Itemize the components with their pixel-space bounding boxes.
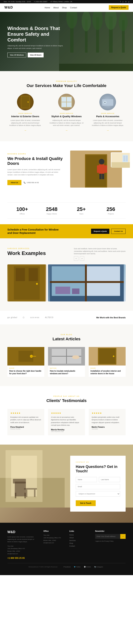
work-gallery — [7, 264, 126, 302]
wooden-about-button[interactable]: About Us — [7, 180, 21, 185]
nav-home[interactable]: Home — [44, 6, 50, 9]
blog-title: Latest Articles — [7, 337, 126, 342]
svg-point-10 — [119, 13, 128, 31]
blog-wooden-door-svg — [89, 347, 126, 366]
work-label: VARIOUS SERVICES — [7, 248, 46, 250]
contact-email-input[interactable] — [76, 484, 120, 489]
brand-logos: go global ⬡ ccn:eros ALTECO — [7, 316, 54, 318]
cta-contact-button[interactable]: Contact Us — [111, 229, 126, 234]
svg-rect-27 — [97, 165, 100, 173]
cta-banner: Schedule a Free Consultation for Window … — [0, 224, 133, 238]
svg-rect-48 — [72, 288, 79, 294]
contact-name-input[interactable] — [76, 477, 97, 482]
service-card-windows: Door Service Stylish & Quality Windows A… — [49, 94, 84, 132]
footer-dribble[interactable]: ⚽ Dribble — [84, 566, 91, 568]
social-gg[interactable]: g — [128, 1, 129, 2]
svg-point-57 — [72, 355, 79, 359]
work-arrow-prev[interactable]: ‹ — [74, 256, 78, 261]
svg-rect-32 — [111, 162, 130, 168]
footer-about: W&D Lorem ipsum dolor sit amet, consecte… — [7, 530, 38, 560]
service-sublabel-2: Door Service — [90, 112, 126, 114]
svg-rect-30 — [102, 174, 104, 179]
footer-instagram[interactable]: 📷 Instagram — [94, 566, 103, 568]
footer-link-about[interactable]: About — [69, 537, 90, 539]
nav-cta-button[interactable]: Request a Quote — [109, 5, 129, 10]
service-arrow-1[interactable]: → — [65, 129, 68, 132]
svg-point-61 — [113, 356, 114, 357]
footer-social-links: f Facebook 🐦 Twitter ⚽ Dribble 📷 Instagr… — [62, 566, 105, 568]
wooden-title: We Produce & Install Quality Doors — [7, 156, 63, 166]
nav-logo[interactable]: W&D — [4, 6, 13, 10]
footer-link-home[interactable]: Home — [69, 534, 90, 536]
newsletter-email-input[interactable] — [95, 534, 120, 539]
footer-link-services[interactable]: Services — [69, 540, 90, 542]
hero-windows-button[interactable]: View All Windows — [7, 52, 26, 58]
hero-doors-button[interactable]: View All Doors — [28, 52, 44, 58]
footer-link-shop[interactable]: Shop — [69, 542, 90, 544]
footer-tw[interactable]: 🐦 Twitter — [74, 566, 81, 568]
blog-card-2[interactable]: DOOR Installation of wooden interior and… — [89, 347, 126, 377]
blog-card-content-1: NOTICE How to insulate metal-plastic win… — [48, 366, 85, 377]
newsletter-submit-button[interactable]: → — [120, 534, 126, 539]
contact-submit-button[interactable]: Get in Touch — [76, 500, 96, 506]
newsletter-input-row: → — [95, 534, 126, 539]
social-in[interactable]: in — [125, 1, 127, 2]
hero-content: Windows & Doors That Ensure Safety and C… — [7, 26, 63, 58]
footer-logo: W&D — [7, 530, 38, 534]
contact-lastname-input[interactable] — [99, 477, 120, 482]
footer-bottom: WindowsDoors © 2023. All Rights Reserved… — [7, 563, 126, 568]
topbar-right: f y in g — [120, 1, 129, 2]
testimonial-role-0: Medical Worker — [10, 428, 41, 430]
testimonial-role-2: Journalist — [92, 428, 123, 430]
topbar-address: 47 Albany Street, London, UK — [50, 1, 72, 2]
brand-logo-2: ⬡ — [23, 316, 24, 318]
testimonials-section: PEOPLE SAY ABOUT US Clients' Testimonial… — [0, 386, 133, 444]
blog-tag-0: DOOR — [9, 367, 42, 369]
footer-link-contact[interactable]: Contact — [69, 545, 90, 547]
work-arrows: ‹ › — [74, 256, 126, 261]
nav-about[interactable]: About — [53, 6, 59, 9]
stat-projects-label: Projects — [96, 213, 126, 215]
footer-fb[interactable]: f Facebook — [63, 566, 71, 568]
work-header-left: VARIOUS SERVICES Work Examples — [7, 248, 46, 256]
svg-rect-34 — [124, 156, 125, 161]
svg-rect-69 — [24, 493, 26, 498]
service-arrow-0[interactable]: → — [24, 129, 27, 132]
footer-desc: Lorem ipsum dolor sit amet, consectetur … — [7, 536, 38, 543]
testimonials-label: PEOPLE SAY ABOUT US — [7, 395, 126, 397]
footer-phone[interactable]: +1 800 555 25 65 — [7, 557, 38, 560]
blog-card-1[interactable]: NOTICE How to insulate metal-plastic win… — [48, 347, 85, 377]
testimonial-text-1: At vero eos et accusamus iusto dignissim… — [51, 416, 82, 426]
blog-card-0[interactable]: DOOR How to choose the right door handle… — [7, 347, 44, 377]
service-name-2: Parts & Accessories — [90, 115, 126, 118]
services-label: PREMIUM QUALITY — [7, 80, 126, 82]
hero-buttons: View All Windows View All Doors — [7, 52, 63, 58]
service-arrow-2[interactable]: → — [106, 129, 109, 132]
brand-logo-1: go global — [7, 316, 17, 318]
work-header-right: Duis sed vestibulo. Nemo enim ipsum lore… — [74, 248, 126, 261]
nav-links: Home About Shop Contact — [44, 6, 77, 9]
blog-metal-window-svg — [48, 347, 85, 366]
nav-contact[interactable]: Contact — [70, 6, 77, 9]
work-arrow-next[interactable]: › — [80, 256, 84, 261]
blog-card-content-0: DOOR How to choose the right door handle… — [7, 366, 44, 377]
testimonials-title: Clients' Testimonials — [7, 398, 126, 403]
svg-rect-28 — [104, 165, 107, 173]
svg-rect-47 — [55, 287, 70, 294]
footer-newsletter-title: Newsletter — [95, 530, 126, 532]
svg-point-40 — [36, 283, 38, 285]
social-fb[interactable]: f — [120, 1, 121, 2]
work-section: VARIOUS SERVICES Work Examples Duis sed … — [0, 238, 133, 311]
svg-rect-39 — [29, 268, 38, 281]
blog-article-title-0: How to choose the right door handle for … — [9, 370, 42, 375]
cta-quote-button[interactable]: Request a Quote — [91, 229, 110, 234]
blog-img-0 — [7, 347, 44, 366]
contact-box: CONTACT US Have Questions? Get in Touch!… — [70, 456, 126, 512]
contact-subject-select[interactable]: Subject or Department — [76, 491, 120, 496]
stat-years-label: Years — [66, 213, 96, 215]
social-tw[interactable]: y — [123, 1, 124, 2]
testimonial-role-1: CEO Business Star — [51, 431, 82, 432]
cta-text: Schedule a Free Consultation for Window … — [7, 228, 63, 234]
svg-rect-52 — [30, 356, 36, 357]
nav-shop[interactable]: Shop — [62, 6, 67, 9]
